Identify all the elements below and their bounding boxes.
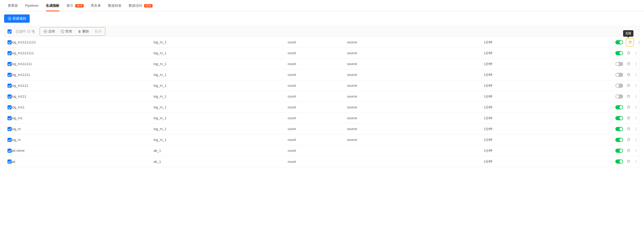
new-rule-button[interactable]: 新建规则 <box>4 14 30 23</box>
more-icon[interactable] <box>633 83 639 88</box>
bulk-delete-button[interactable]: 删除 <box>78 29 89 34</box>
toggle-switch[interactable] <box>615 73 623 77</box>
svg-point-48 <box>636 160 636 161</box>
bulk-cancel-label: 取消 <box>95 29 101 34</box>
svg-point-14 <box>636 65 636 65</box>
svg-rect-11 <box>627 63 629 65</box>
row-op: count <box>288 84 347 87</box>
toggle-switch[interactable] <box>615 94 623 99</box>
row-checkbox[interactable] <box>7 149 12 153</box>
more-icon[interactable] <box>633 105 639 110</box>
toggle-switch[interactable] <box>615 138 623 142</box>
row-checkbox[interactable] <box>7 94 12 99</box>
toggle-switch[interactable] <box>615 116 623 120</box>
svg-rect-31 <box>627 117 629 119</box>
tab-metrics[interactable]: 生成指标 <box>42 0 63 11</box>
more-icon[interactable] <box>633 159 639 164</box>
row-time: 1分钟 <box>484 105 615 110</box>
row-checkbox[interactable] <box>7 116 12 120</box>
copy-icon[interactable] <box>626 159 631 164</box>
copy-icon[interactable] <box>626 126 631 132</box>
row-checkbox[interactable] <box>7 105 12 109</box>
svg-point-22 <box>636 86 636 87</box>
selected-count-text: 已选中 12 项 <box>16 29 35 34</box>
copy-icon[interactable] <box>626 148 631 153</box>
more-icon[interactable] <box>633 61 639 67</box>
row-checkbox[interactable] <box>7 73 12 77</box>
row-checkbox[interactable] <box>7 138 12 142</box>
copy-icon[interactable] <box>626 116 631 121</box>
clone-tooltip: 克隆 <box>623 30 633 37</box>
toggle-switch[interactable] <box>615 105 623 109</box>
row-checkbox[interactable] <box>7 62 12 66</box>
more-icon[interactable] <box>633 94 639 99</box>
toolbar: 新建规则 <box>0 11 644 26</box>
copy-icon[interactable] <box>626 61 631 67</box>
bulk-cancel-button[interactable]: 取消 <box>95 29 101 34</box>
row-name: log_m111 <box>12 94 154 98</box>
bulk-enable-button[interactable]: 启用 <box>44 29 55 34</box>
row-checkbox[interactable] <box>7 40 12 44</box>
row-checkbox[interactable] <box>7 127 12 131</box>
toggle-switch[interactable] <box>615 40 623 44</box>
copy-icon[interactable] <box>626 94 631 99</box>
more-icon[interactable] <box>633 72 639 77</box>
row-metric: log_m_1 <box>154 105 288 109</box>
copy-icon[interactable] <box>626 83 631 88</box>
row-checkbox[interactable] <box>7 84 12 88</box>
more-icon[interactable] <box>633 137 639 142</box>
new-badge: NEW <box>75 4 83 7</box>
table-row: log_m1111log_m_1countsource1分钟 <box>4 80 640 91</box>
row-metric: log_m_1 <box>154 62 288 66</box>
more-icon[interactable] <box>633 51 639 56</box>
row-op: count <box>288 73 347 77</box>
row-checkbox[interactable] <box>7 51 12 55</box>
row-metric: log_m_1 <box>154 40 288 44</box>
tab-forward[interactable]: 数据转发 <box>104 0 125 11</box>
more-icon[interactable] <box>633 148 639 153</box>
svg-rect-35 <box>627 128 629 130</box>
toggle-switch[interactable] <box>615 159 623 164</box>
svg-point-8 <box>636 52 636 52</box>
copy-icon[interactable] <box>627 40 632 45</box>
copy-icon[interactable] <box>626 51 631 56</box>
row-op: count <box>288 62 347 66</box>
bulk-disable-button[interactable]: 禁用 <box>61 29 72 34</box>
more-icon[interactable] <box>633 116 639 121</box>
copy-icon[interactable] <box>626 137 631 142</box>
row-metric: log_m_1 <box>154 127 288 131</box>
tab-pipelines[interactable]: Pipelines <box>21 0 42 11</box>
row-checkbox[interactable] <box>7 159 12 164</box>
tab-index[interactable]: 索引 NEW <box>63 0 87 11</box>
row-name: ab-clone <box>12 149 154 152</box>
svg-point-12 <box>636 62 636 63</box>
copy-icon[interactable] <box>626 105 631 110</box>
new-badge: NEW <box>144 4 152 7</box>
svg-point-46 <box>636 151 636 152</box>
more-icon[interactable] <box>637 40 642 45</box>
more-icon[interactable] <box>633 126 639 132</box>
tab-access[interactable]: 数据访问 NEW <box>125 0 156 11</box>
tab-bar: 查看器 Pipelines 生成指标 索引 NEW 黑名单 数据转发 数据访问 … <box>0 0 644 11</box>
row-actions <box>615 61 639 67</box>
svg-point-24 <box>636 95 636 95</box>
svg-rect-39 <box>627 139 629 141</box>
row-dim: source <box>347 40 484 44</box>
toggle-switch[interactable] <box>615 127 623 131</box>
table-row: log_m11log_m_1countsource1分钟 <box>4 102 640 113</box>
row-time: 1分钟 <box>484 62 615 66</box>
toggle-switch[interactable] <box>615 84 623 88</box>
row-metric: log_m_1 <box>154 116 288 120</box>
svg-point-34 <box>636 119 636 119</box>
tab-access-label: 数据访问 <box>129 4 142 7</box>
tab-viewer[interactable]: 查看器 <box>4 0 21 11</box>
tab-blacklist[interactable]: 黑名单 <box>87 0 104 11</box>
row-time: 1分钟 <box>484 148 615 153</box>
select-all-checkbox[interactable] <box>7 29 12 34</box>
toggle-switch[interactable] <box>615 51 623 55</box>
row-actions <box>615 137 639 142</box>
copy-icon[interactable] <box>626 72 631 77</box>
toggle-switch[interactable] <box>615 62 623 66</box>
row-op: count <box>288 160 347 164</box>
toggle-switch[interactable] <box>615 149 623 153</box>
